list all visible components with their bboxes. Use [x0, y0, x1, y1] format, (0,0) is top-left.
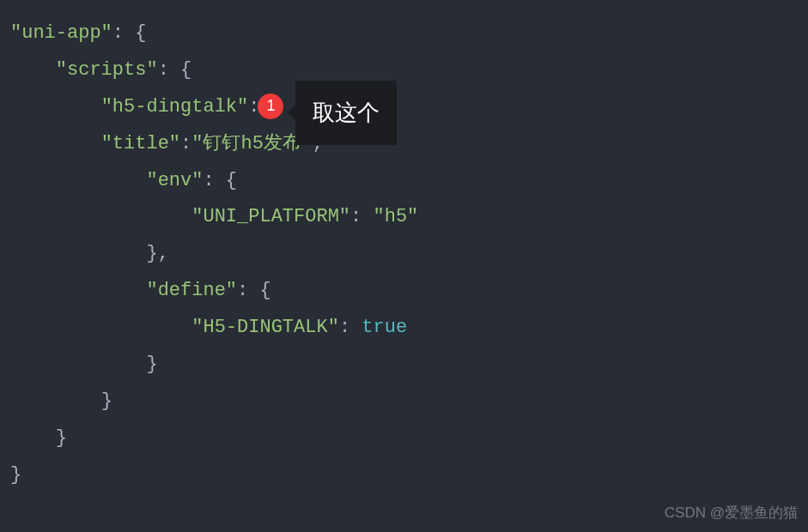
- json-punct: : {: [237, 280, 271, 301]
- code-line-6: "UNI_PLATFORM": "h5": [10, 199, 798, 236]
- annotation-tooltip: 取这个: [295, 81, 397, 145]
- json-key: "h5-dingtalk": [101, 96, 249, 118]
- json-punct: :: [350, 206, 373, 227]
- json-punct: }: [10, 464, 21, 486]
- annotation-badge: 1: [258, 94, 283, 119]
- watermark-text: CSDN @爱墨鱼的猫: [665, 499, 798, 527]
- code-line-11: }: [10, 384, 798, 420]
- json-punct: :: [180, 133, 191, 154]
- json-punct: }: [56, 427, 67, 449]
- code-line-7: },: [10, 236, 798, 273]
- code-line-3: "h5-dingtalk":1取这个: [10, 89, 798, 126]
- json-boolean: true: [361, 317, 407, 338]
- code-line-9: "H5-DINGTALK": true: [10, 310, 798, 347]
- code-line-5: "env": {: [10, 163, 798, 200]
- code-line-10: }: [10, 347, 798, 384]
- code-line-2: "scripts": {: [10, 52, 798, 89]
- json-punct: : {: [158, 59, 192, 81]
- json-key: "UNI_PLATFORM": [191, 206, 350, 227]
- code-block: "uni-app": { "scripts": { "h5-dingtalk":…: [10, 15, 798, 494]
- json-string: "h5": [373, 206, 418, 227]
- json-key: "scripts": [56, 59, 158, 81]
- json-punct: : {: [203, 170, 237, 191]
- code-line-13: }: [10, 457, 798, 494]
- json-punct: :: [339, 317, 361, 338]
- json-punct: : {: [112, 22, 147, 44]
- json-string: "钉钉h5发布": [191, 133, 313, 154]
- code-line-8: "define": {: [10, 273, 798, 310]
- code-line-12: }: [10, 420, 798, 457]
- json-punct: },: [146, 243, 168, 264]
- json-key: "uni-app": [10, 22, 112, 44]
- json-key: "title": [101, 133, 180, 154]
- json-key: "H5-DINGTALK": [191, 317, 339, 338]
- code-line-4: "title":"钉钉h5发布",: [10, 126, 798, 163]
- json-key: "define": [146, 280, 237, 301]
- json-punct: }: [146, 354, 157, 375]
- json-punct: }: [101, 390, 112, 412]
- json-key: "env": [146, 170, 203, 191]
- code-line-1: "uni-app": {: [10, 15, 798, 52]
